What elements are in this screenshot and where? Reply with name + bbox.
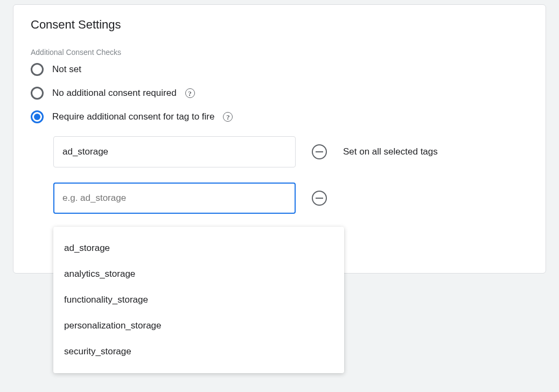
radio-require-additional[interactable]: Require additional consent for tag to fi… <box>31 110 528 123</box>
radio-no-additional[interactable]: No additional consent required ? <box>31 87 528 100</box>
radio-not-set[interactable]: Not set <box>31 63 528 76</box>
consent-rows: Set on all selected tags <box>53 136 528 214</box>
remove-row-button[interactable] <box>312 144 327 159</box>
consent-row: Set on all selected tags <box>53 136 528 167</box>
consent-settings-card: Consent Settings Additional Consent Chec… <box>13 4 546 274</box>
dropdown-item-security-storage[interactable]: security_storage <box>53 339 344 365</box>
radio-icon <box>31 63 44 76</box>
help-icon[interactable]: ? <box>223 112 233 122</box>
dropdown-item-ad-storage[interactable]: ad_storage <box>53 235 344 261</box>
help-icon[interactable]: ? <box>185 88 195 98</box>
card-title: Consent Settings <box>31 18 528 32</box>
dropdown-item-personalization-storage[interactable]: personalization_storage <box>53 313 344 339</box>
consent-row <box>53 183 528 214</box>
radio-icon-selected <box>31 110 44 123</box>
additional-consent-checks-label: Additional Consent Checks <box>31 48 528 57</box>
consent-type-input-0[interactable] <box>53 136 296 167</box>
remove-row-button[interactable] <box>312 191 327 206</box>
consent-row-note: Set on all selected tags <box>343 146 438 157</box>
dropdown-item-analytics-storage[interactable]: analytics_storage <box>53 261 344 287</box>
radio-label-require-additional: Require additional consent for tag to fi… <box>52 111 214 122</box>
consent-type-input-1[interactable] <box>53 183 296 214</box>
radio-label-not-set: Not set <box>52 64 81 75</box>
radio-inner-dot <box>34 114 40 120</box>
radio-group: Not set No additional consent required ?… <box>31 63 528 123</box>
dropdown-item-functionality-storage[interactable]: functionality_storage <box>53 287 344 313</box>
consent-type-dropdown: ad_storage analytics_storage functionali… <box>53 227 344 373</box>
radio-label-no-additional: No additional consent required <box>52 88 177 99</box>
radio-icon <box>31 87 44 100</box>
